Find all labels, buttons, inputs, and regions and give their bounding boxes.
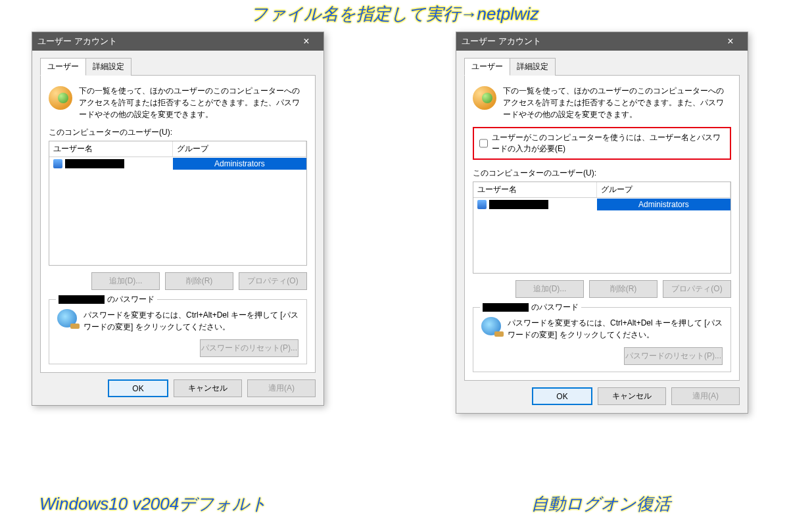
users-icon [473,86,496,110]
row-group: Administrators [173,158,306,170]
key-icon [481,317,501,335]
col-group[interactable]: グループ [173,141,306,157]
list-header: ユーザー名 グループ [473,182,730,198]
properties-button[interactable]: プロパティ(O) [663,280,731,298]
tab-strip: ユーザー 詳細設定 [464,57,740,76]
require-password-highlight: ユーザーがこのコンピューターを使うには、ユーザー名とパスワードの入力が必要(E) [473,127,731,160]
users-icon [49,86,72,110]
col-username[interactable]: ユーザー名 [473,182,597,197]
list-header: ユーザー名 グループ [49,141,306,157]
user-row-icon [53,159,62,168]
tab-strip: ユーザー 詳細設定 [40,57,316,76]
password-help-text: パスワードを変更するには、Ctrl+Alt+Del キーを押して [パスワードの… [508,317,723,341]
user-accounts-window-right: ユーザー アカウント × ユーザー 詳細設定 下の一覧を使って、ほかのユーザーの… [456,32,748,414]
redacted-username-legend [483,303,529,312]
reset-password-button[interactable]: パスワードのリセット(P)... [200,339,299,357]
password-groupbox: のパスワード パスワードを変更するには、Ctrl+Alt+Del キーを押して … [49,299,307,364]
ok-button[interactable]: OK [108,379,168,397]
apply-button[interactable]: 適用(A) [671,387,740,405]
user-listview[interactable]: ユーザー名 グループ Administrators [473,181,731,274]
cancel-button[interactable]: キャンセル [598,387,666,405]
password-help-text: パスワードを変更するには、Ctrl+Alt+Del キーを押して [パスワードの… [84,309,299,333]
key-icon [57,309,77,327]
window-title: ユーザー アカウント [462,36,719,47]
require-password-checkbox[interactable] [479,139,488,148]
row-group: Administrators [597,199,730,210]
close-icon[interactable]: × [295,32,318,51]
window-title: ユーザー アカウント [37,36,295,47]
groupbox-legend: のパスワード [480,302,581,313]
user-accounts-window-left: ユーザー アカウント × ユーザー 詳細設定 下の一覧を使って、ほかのユーザーの… [32,32,324,406]
col-username[interactable]: ユーザー名 [49,141,173,157]
add-button[interactable]: 追加(D)... [91,272,160,290]
tab-users[interactable]: ユーザー [464,58,510,76]
caption-left: Windows10 v2004デフォルト [39,493,268,516]
titlebar[interactable]: ユーザー アカウント × [32,32,323,51]
intro-text: 下の一覧を使って、ほかのユーザーのこのコンピューターへのアクセスを許可または拒否… [79,85,307,120]
cancel-button[interactable]: キャンセル [174,379,242,397]
tab-advanced[interactable]: 詳細設定 [85,58,132,76]
top-annotation: ファイル名を指定して実行→netplwiz [251,3,539,26]
require-password-label: ユーザーがこのコンピューターを使うには、ユーザー名とパスワードの入力が必要(E) [492,132,725,155]
apply-button[interactable]: 適用(A) [247,379,316,397]
user-list-label: このコンピューターのユーザー(U): [49,127,307,138]
list-row[interactable]: Administrators [49,157,306,170]
remove-button[interactable]: 削除(R) [589,280,658,298]
col-group[interactable]: グループ [597,182,730,197]
properties-button[interactable]: プロパティ(O) [239,272,307,290]
redacted-username [489,200,548,209]
ok-button[interactable]: OK [532,387,592,405]
add-button[interactable]: 追加(D)... [515,280,584,298]
caption-right: 自動ログオン復活 [531,493,671,516]
close-icon[interactable]: × [719,32,742,51]
tab-users[interactable]: ユーザー [40,58,86,76]
redacted-username [65,159,124,168]
tab-advanced[interactable]: 詳細設定 [510,58,556,76]
reset-password-button[interactable]: パスワードのリセット(P)... [624,347,723,365]
redacted-username-legend [59,295,105,304]
user-list-label: このコンピューターのユーザー(U): [473,168,731,179]
remove-button[interactable]: 削除(R) [165,272,233,290]
password-groupbox: のパスワード パスワードを変更するには、Ctrl+Alt+Del キーを押して … [473,307,731,372]
titlebar[interactable]: ユーザー アカウント × [456,32,748,51]
list-row[interactable]: Administrators [473,198,730,211]
intro-text: 下の一覧を使って、ほかのユーザーのこのコンピューターへのアクセスを許可または拒否… [503,85,731,120]
groupbox-legend: のパスワード [56,294,157,305]
user-listview[interactable]: ユーザー名 グループ Administrators [49,141,307,266]
user-row-icon [477,200,487,209]
